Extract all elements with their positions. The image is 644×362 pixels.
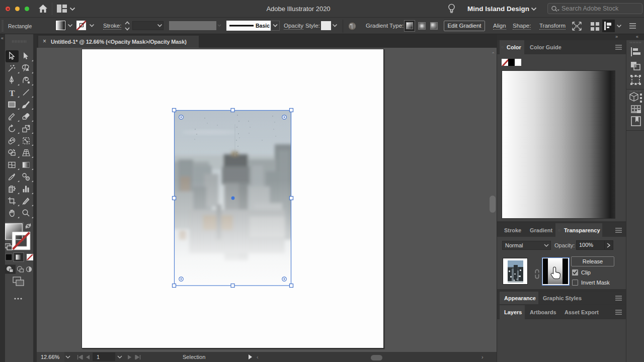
svg-text:T: T	[9, 88, 15, 98]
